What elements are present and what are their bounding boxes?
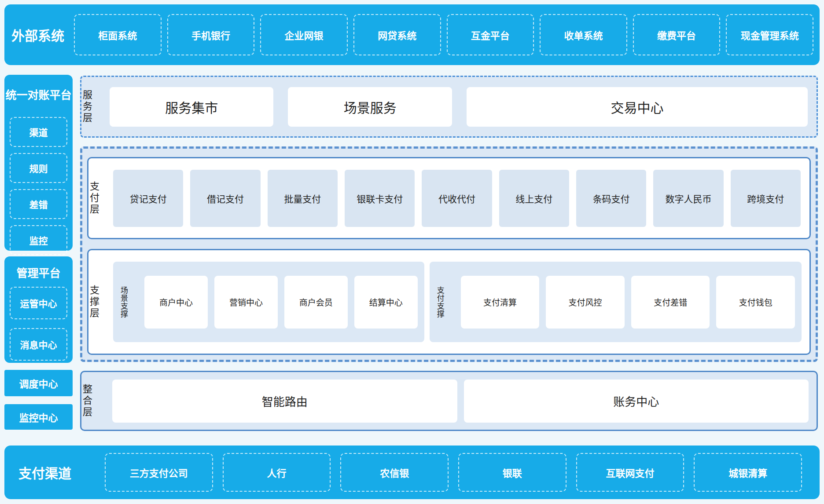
reconciliation-item: 规则 bbox=[10, 153, 67, 183]
scene-support-label: 场景支撑 bbox=[120, 286, 144, 318]
payment-item: 跨境支付 bbox=[731, 170, 801, 227]
payment-support-group: 支付支撑 支付清算支付风控支付差错支付钱包 bbox=[430, 262, 802, 342]
channel-item: 银联 bbox=[458, 453, 566, 492]
external-system-item: 柜面系统 bbox=[74, 14, 162, 55]
payment-item: 线上支付 bbox=[499, 170, 569, 227]
service-layer-cards: 服务集市场景服务交易中心 bbox=[110, 87, 808, 127]
payment-layer-label: 支付层 bbox=[88, 181, 113, 215]
service-card: 交易中心 bbox=[467, 87, 808, 127]
payment-item: 贷记支付 bbox=[113, 170, 183, 227]
service-card: 场景服务 bbox=[288, 87, 452, 127]
payment-support-label: 支付支撑 bbox=[436, 286, 461, 318]
support-layer-groups: 场景支撑 商户中心营销中心商户会员结算中心 支付支撑 支付清算支付风控支付差错支… bbox=[113, 262, 802, 342]
scene-support-group: 场景支撑 商户中心营销中心商户会员结算中心 bbox=[113, 262, 424, 342]
support-card: 营销中心 bbox=[214, 276, 278, 329]
integration-layer-cards: 智能路由账务中心 bbox=[112, 380, 809, 423]
channel-item: 三方支付公司 bbox=[105, 453, 213, 492]
service-layer-label: 服务层 bbox=[81, 90, 110, 124]
external-system-item: 现金管理系统 bbox=[726, 14, 813, 55]
reconciliation-item: 渠道 bbox=[10, 117, 67, 147]
architecture-diagram: 外部系统 柜面系统手机银行企业网银网贷系统互金平台收单系统缴费平台现金管理系统 … bbox=[0, 0, 824, 504]
external-systems-bar: 外部系统 柜面系统手机银行企业网银网贷系统互金平台收单系统缴费平台现金管理系统 bbox=[4, 4, 820, 65]
integration-card: 智能路由 bbox=[112, 380, 457, 423]
payment-channels-bar: 支付渠道 三方支付公司人行农信银银联互联网支付城银清算 bbox=[4, 446, 820, 499]
payment-item: 银联卡支付 bbox=[345, 170, 415, 227]
external-systems-items: 柜面系统手机银行企业网银网贷系统互金平台收单系统缴费平台现金管理系统 bbox=[74, 14, 813, 55]
support-layer-label: 支撑层 bbox=[88, 285, 113, 319]
service-layer-box: 服务层 服务集市场景服务交易中心 bbox=[80, 76, 818, 138]
support-card: 支付清算 bbox=[461, 276, 540, 329]
scene-support-cards: 商户中心营销中心商户会员结算中心 bbox=[144, 276, 418, 329]
support-card: 商户中心 bbox=[144, 276, 208, 329]
reconciliation-platform-title: 统一对账平台 bbox=[4, 86, 73, 102]
external-system-item: 网贷系统 bbox=[353, 14, 441, 55]
integration-layer-label: 整合层 bbox=[81, 384, 112, 418]
external-system-item: 企业网银 bbox=[260, 14, 348, 55]
channel-item: 互联网支付 bbox=[576, 453, 684, 492]
integration-layer-panel: 整合层 智能路由账务中心 bbox=[80, 371, 818, 431]
payment-channels-items: 三方支付公司人行农信银银联互联网支付城银清算 bbox=[105, 453, 802, 492]
payment-item: 条码支付 bbox=[576, 170, 646, 227]
management-items: 运管中心消息中心 bbox=[4, 287, 73, 361]
external-system-item: 互金平台 bbox=[447, 14, 534, 55]
support-card: 支付风控 bbox=[546, 276, 625, 329]
support-card: 支付钱包 bbox=[716, 276, 795, 329]
monitor-center-block: 监控中心 bbox=[4, 404, 73, 430]
support-card: 支付差错 bbox=[631, 276, 710, 329]
support-card: 商户会员 bbox=[284, 276, 348, 329]
management-item: 消息中心 bbox=[10, 328, 67, 361]
support-layer-panel: 支撑层 场景支撑 商户中心营销中心商户会员结算中心 支付支撑 支付清算支付风控支… bbox=[87, 249, 811, 355]
external-systems-title: 外部系统 bbox=[11, 25, 64, 44]
reconciliation-item: 监控 bbox=[10, 225, 67, 255]
channel-item: 城银清算 bbox=[694, 453, 802, 492]
payment-item: 数字人民币 bbox=[653, 170, 723, 227]
external-system-item: 收单系统 bbox=[540, 14, 627, 55]
payment-item: 批量支付 bbox=[268, 170, 338, 227]
external-system-item: 手机银行 bbox=[167, 14, 255, 55]
management-platform-block: 管理平台 运管中心消息中心 bbox=[4, 256, 73, 363]
payment-layer-items: 贷记支付借记支付批量支付银联卡支付代收代付线上支付条码支付数字人民币跨境支付 bbox=[113, 170, 801, 227]
payment-item: 借记支付 bbox=[190, 170, 260, 227]
dispatch-center-block: 调度中心 bbox=[4, 370, 73, 396]
reconciliation-platform-block: 统一对账平台 渠道规则差错监控 bbox=[4, 75, 73, 251]
payment-item: 代收代付 bbox=[422, 170, 492, 227]
service-card: 服务集市 bbox=[110, 87, 273, 127]
management-item: 运管中心 bbox=[10, 287, 67, 319]
reconciliation-item: 差错 bbox=[10, 189, 67, 219]
reconciliation-items: 渠道规则差错监控 bbox=[4, 117, 73, 255]
management-platform-title: 管理平台 bbox=[4, 264, 73, 280]
external-system-item: 缴费平台 bbox=[633, 14, 721, 55]
payment-layer-panel: 支付层 贷记支付借记支付批量支付银联卡支付代收代付线上支付条码支付数字人民币跨境… bbox=[87, 157, 811, 239]
channel-item: 农信银 bbox=[340, 453, 449, 492]
payment-support-cards: 支付清算支付风控支付差错支付钱包 bbox=[461, 276, 795, 329]
core-layers-dashed-container: 支付层 贷记支付借记支付批量支付银联卡支付代收代付线上支付条码支付数字人民币跨境… bbox=[80, 146, 818, 362]
integration-card: 账务中心 bbox=[464, 380, 809, 423]
support-card: 结算中心 bbox=[354, 276, 418, 329]
payment-channels-title: 支付渠道 bbox=[18, 463, 71, 482]
channel-item: 人行 bbox=[223, 453, 331, 492]
